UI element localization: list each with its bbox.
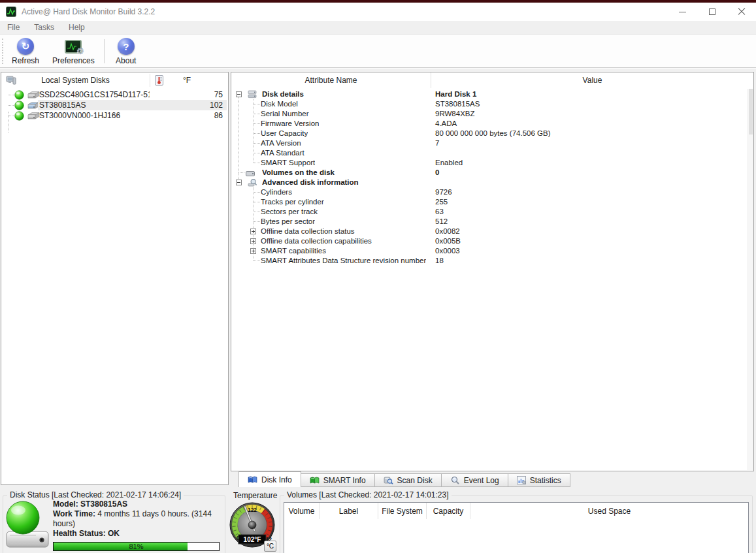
menu-item-tasks[interactable]: Tasks bbox=[27, 23, 61, 32]
attribute-value: 0x0003 bbox=[435, 247, 460, 255]
attribute-row[interactable]: Cylinders9726 bbox=[231, 187, 747, 197]
collapse-toggle-icon[interactable] bbox=[236, 180, 242, 185]
window-title: Active@ Hard Disk Monitor Build 3.2.2 bbox=[22, 7, 155, 16]
about-icon: ? bbox=[118, 37, 135, 55]
tab-bar: Disk InfoSMART InfoScan DiskEvent LogSta… bbox=[231, 471, 754, 487]
volumes-column-header[interactable]: Label bbox=[320, 503, 378, 519]
toolbar-separator bbox=[104, 39, 105, 63]
close-button[interactable] bbox=[727, 3, 756, 21]
maximize-icon bbox=[709, 8, 715, 15]
disk-temperature: 75 bbox=[150, 90, 227, 99]
window-controls bbox=[668, 3, 756, 21]
volumes-column-header[interactable]: File System bbox=[378, 503, 427, 519]
tab-event-log[interactable]: Event Log bbox=[441, 473, 508, 487]
tree-branch bbox=[254, 143, 260, 144]
svg-text:122: 122 bbox=[248, 507, 257, 513]
celsius-toggle-button[interactable]: °C bbox=[264, 541, 276, 552]
scrollbar[interactable] bbox=[748, 89, 753, 470]
disk-row-body: ST380815AS102 bbox=[38, 100, 227, 110]
volumes-column-header[interactable]: Capacity bbox=[427, 503, 470, 519]
attribute-name: SMART Attributes Data Structure revision… bbox=[261, 257, 426, 264]
attribute-name: User Capacity bbox=[261, 129, 308, 137]
disk-temperature: 86 bbox=[150, 111, 227, 120]
tree-branch bbox=[8, 105, 14, 106]
attribute-row[interactable]: SMART SupportEnabled bbox=[231, 158, 747, 168]
volumes-column-header[interactable]: Volume bbox=[284, 503, 320, 519]
disk-stack-icon bbox=[248, 90, 257, 100]
attribute-row[interactable]: SMART Attributes Data Structure revision… bbox=[231, 256, 747, 266]
scrollbar-thumb[interactable] bbox=[749, 89, 753, 134]
attribute-row[interactable]: Offline data collection status0x0082 bbox=[231, 227, 747, 236]
toolbar-label: Preferences bbox=[52, 56, 95, 65]
tab-label: SMART Info bbox=[323, 476, 366, 485]
attribute-row[interactable]: ATA Standart bbox=[231, 148, 747, 158]
attribute-row[interactable]: ATA Version7 bbox=[231, 138, 747, 148]
attribute-row[interactable]: Serial Number9RW84XBZ bbox=[231, 109, 747, 119]
temperature-label: Temperature bbox=[233, 491, 277, 500]
attribute-value: 0 bbox=[435, 168, 439, 176]
attribute-value: 255 bbox=[435, 198, 448, 206]
attribute-row[interactable]: SMART capabilities0x0003 bbox=[231, 246, 747, 256]
toolbar-refresh-button[interactable]: ↻Refresh bbox=[5, 35, 46, 67]
expand-toggle-icon[interactable] bbox=[250, 229, 256, 234]
attribute-row[interactable]: Sectors per track63 bbox=[231, 207, 747, 217]
attribute-row[interactable]: Firmware Version4.ADA bbox=[231, 119, 747, 129]
minimize-button[interactable] bbox=[668, 3, 697, 21]
disk-row[interactable]: ST3000VN000-1HJ16686 bbox=[1, 110, 228, 121]
tab-scan-disk[interactable]: Scan Disk bbox=[374, 473, 442, 487]
tree-branch bbox=[254, 261, 260, 261]
volumes-title: Volumes [Last Checked: 2021-02-17 14:01:… bbox=[284, 490, 452, 499]
maximize-button[interactable] bbox=[697, 3, 727, 21]
menu-item-file[interactable]: File bbox=[0, 23, 27, 32]
expand-toggle-icon[interactable] bbox=[250, 238, 256, 244]
tree-branch bbox=[254, 114, 260, 114]
volumes-column-header[interactable]: Used Space bbox=[470, 503, 748, 519]
tree-branch bbox=[254, 221, 260, 222]
toolbar-preferences-button[interactable]: ⚙Preferences bbox=[46, 35, 101, 67]
menu-item-help[interactable]: Help bbox=[61, 23, 92, 32]
volumes-table-header: VolumeLabelFile SystemCapacityUsed Space bbox=[284, 503, 748, 519]
scan-disk-icon bbox=[384, 476, 393, 484]
attribute-value: 9RW84XBZ bbox=[435, 110, 475, 118]
attribute-value: 4.ADA bbox=[435, 119, 457, 127]
attribute-value: 80 000 000 000 bytes (74.506 GB) bbox=[435, 129, 550, 137]
close-icon bbox=[738, 8, 746, 16]
app-window: Active@ Hard Disk Monitor Build 3.2.2 Fi… bbox=[0, 0, 756, 553]
toolbar-grip[interactable] bbox=[2, 39, 3, 64]
disk-status-text: Model: ST380815AS Work Time: 4 months 11… bbox=[53, 499, 221, 539]
attribute-name: SMART capabilities bbox=[261, 247, 326, 255]
attribute-row[interactable]: Tracks per cylinder255 bbox=[231, 197, 747, 207]
attribute-row[interactable]: Offline data collection capabilities0x00… bbox=[231, 236, 747, 246]
attribute-row[interactable]: Disk ModelST380815AS bbox=[231, 99, 747, 109]
attribute-name: Bytes per sector bbox=[261, 217, 315, 225]
health-bar: 81% bbox=[53, 542, 220, 551]
tab-label: Disk Info bbox=[261, 475, 292, 484]
main-area: Local System Disks °F SSD2SC480G1CS1754D… bbox=[0, 69, 756, 487]
disk-name: ST380815AS bbox=[38, 101, 150, 110]
tab-statistics[interactable]: Statistics bbox=[508, 473, 570, 487]
attribute-row[interactable]: Advanced disk information bbox=[231, 178, 747, 187]
tab-disk-info[interactable]: Disk Info bbox=[238, 471, 301, 487]
value-column-header[interactable]: Value bbox=[431, 72, 753, 88]
tab-smart-info[interactable]: SMART Info bbox=[301, 473, 375, 487]
titlebar: Active@ Hard Disk Monitor Build 3.2.2 bbox=[0, 3, 756, 21]
tree-branch bbox=[254, 192, 260, 193]
toolbar-about-button[interactable]: ?About bbox=[107, 35, 145, 67]
attribute-row[interactable]: User Capacity80 000 000 000 bytes (74.50… bbox=[231, 129, 747, 138]
attribute-name-column-header[interactable]: Attribute Name bbox=[231, 72, 431, 88]
attribute-row[interactable]: Disk detailsHard Disk 1 bbox=[231, 89, 747, 99]
tree-branch bbox=[254, 123, 260, 124]
expand-toggle-icon[interactable] bbox=[250, 248, 256, 254]
tree-branch bbox=[254, 104, 260, 104]
collapse-toggle-icon[interactable] bbox=[236, 91, 242, 97]
smart-info-book-icon bbox=[310, 476, 320, 484]
attribute-name: Cylinders bbox=[261, 188, 292, 196]
attribute-row[interactable]: Bytes per sector512 bbox=[231, 217, 747, 227]
disk-row[interactable]: SSD2SC480G1CS1754D117-51475 bbox=[1, 89, 228, 100]
attribute-row[interactable]: Volumes on the disk0 bbox=[231, 168, 747, 178]
disk-row[interactable]: ST380815AS102 bbox=[1, 100, 228, 110]
health-label: Health Status: bbox=[53, 529, 106, 538]
minimize-icon bbox=[679, 12, 686, 12]
attribute-name: SMART Support bbox=[261, 159, 315, 166]
tree-branch bbox=[254, 153, 260, 153]
